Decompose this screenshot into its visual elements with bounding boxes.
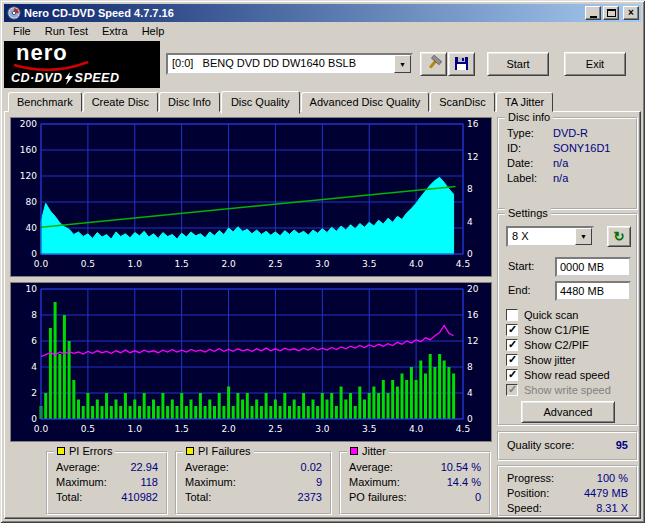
window-title: Nero CD-DVD Speed 4.7.7.16: [24, 7, 585, 19]
start-input[interactable]: 0000 MB: [555, 257, 631, 277]
menu-file[interactable]: File: [6, 23, 38, 39]
svg-text:8: 8: [31, 310, 37, 320]
maximize-icon: [607, 9, 616, 17]
menu-extra[interactable]: Extra: [95, 23, 135, 39]
checkbox-show-read-speed[interactable]: Show read speed: [506, 369, 632, 383]
checkbox-show-c2-pif[interactable]: Show C2/PIF: [506, 339, 632, 353]
svg-text:4.0: 4.0: [409, 259, 424, 269]
svg-text:0.5: 0.5: [81, 424, 95, 434]
end-input[interactable]: 4480 MB: [555, 281, 631, 301]
position-row: Position:4479 MB: [507, 487, 628, 501]
start-label: Start:: [508, 260, 534, 272]
quality-score-row: Quality score: 95: [507, 439, 628, 453]
end-label: End:: [508, 284, 531, 296]
speed-row: Speed:8.31 X: [507, 502, 628, 516]
svg-text:3.0: 3.0: [315, 424, 330, 434]
tab-advanced-disc-quality[interactable]: Advanced Disc Quality: [301, 92, 430, 112]
pif-jitter-chart: 02468100481216200.00.51.01.52.02.53.03.5…: [10, 282, 492, 442]
svg-text:3.5: 3.5: [362, 259, 376, 269]
speed-dropdown-arrow[interactable]: ▼: [575, 228, 592, 245]
svg-text:0.0: 0.0: [34, 424, 49, 434]
refresh-icon: ↻: [614, 229, 625, 244]
disc-type-row: Type:DVD-R: [507, 127, 628, 141]
svg-text:0: 0: [467, 414, 473, 424]
tab-scandisc[interactable]: ScanDisc: [430, 92, 494, 112]
title-bar[interactable]: Nero CD-DVD Speed 4.7.7.16 ×: [4, 4, 641, 22]
jitter-stats-title: Jitter: [362, 445, 386, 457]
svg-text:2: 2: [31, 388, 37, 398]
tool-icon: [426, 55, 442, 71]
tab-create-disc[interactable]: Create Disc: [83, 92, 158, 112]
tab-disc-info[interactable]: Disc Info: [159, 92, 220, 112]
pie-color-swatch: [57, 447, 65, 455]
nero-logo: nero CD·DVD SPEED: [4, 41, 160, 88]
svg-text:4.0: 4.0: [409, 424, 424, 434]
svg-text:80: 80: [26, 197, 38, 207]
pie-maximum-row: Maximum:118: [56, 476, 158, 490]
pif-color-swatch: [186, 447, 194, 455]
app-window: Nero CD-DVD Speed 4.7.7.16 × File Run Te…: [0, 0, 645, 523]
jitter-stats-panel: Jitter Average:10.54 % Maximum:14.4 % PO…: [339, 451, 491, 515]
exit-button[interactable]: Exit: [564, 52, 626, 76]
checkbox-quick-scan[interactable]: Quick scan: [506, 309, 632, 323]
menu-run-test[interactable]: Run Test: [38, 23, 95, 39]
lightning-icon: [65, 72, 73, 85]
svg-text:160: 160: [20, 145, 37, 155]
svg-text:4: 4: [467, 388, 473, 398]
tab-strip: Benchmark Create Disc Disc Info Disc Qua…: [8, 92, 554, 112]
svg-text:8: 8: [467, 362, 473, 372]
checkbox-show-c1-pie[interactable]: Show C1/PIE: [506, 324, 632, 338]
checkbox-icon: [506, 354, 518, 366]
disc-info-title: Disc info: [505, 111, 553, 123]
svg-text:1.0: 1.0: [128, 424, 143, 434]
po-failures-row: PO failures:0: [349, 491, 481, 505]
svg-text:3.5: 3.5: [362, 424, 376, 434]
save-button[interactable]: [448, 52, 475, 76]
svg-text:4: 4: [31, 362, 37, 372]
pif-total-row: Total:2373: [185, 491, 322, 505]
progress-row: Progress:100 %: [507, 472, 628, 486]
svg-text:4.5: 4.5: [456, 259, 470, 269]
disc-info-group: Disc info Type:DVD-R ID:SONY16D1 Date:n/…: [497, 117, 638, 210]
pif-maximum-row: Maximum:9: [185, 476, 322, 490]
quality-score-panel: Quality score: 95: [497, 431, 638, 461]
start-button[interactable]: Start: [487, 52, 549, 76]
drive-select[interactable]: [0:0] BENQ DVD DD DW1640 BSLB ▼: [166, 53, 413, 75]
svg-text:0.0: 0.0: [34, 259, 49, 269]
jitter-color-swatch: [350, 447, 358, 455]
tab-disc-quality[interactable]: Disc Quality: [221, 91, 300, 114]
quality-score-label: Quality score:: [507, 439, 574, 451]
menu-bar: File Run Test Extra Help: [4, 22, 641, 40]
svg-text:1.5: 1.5: [175, 259, 189, 269]
maximize-button[interactable]: [603, 6, 619, 20]
pie-stats-title: PI Errors: [69, 445, 112, 457]
pif-jitter-chart-canvas: 02468100481216200.00.51.01.52.02.53.03.5…: [11, 283, 491, 441]
svg-text:2.0: 2.0: [221, 424, 236, 434]
tab-ta-jitter[interactable]: TA Jitter: [496, 92, 554, 112]
pie-average-row: Average:22.94: [56, 461, 158, 475]
pif-stats-title: PI Failures: [198, 445, 251, 457]
progress-panel: Progress:100 % Position:4479 MB Speed:8.…: [497, 465, 638, 517]
pie-speed-chart: 0408012016020004812160.00.51.01.52.02.53…: [10, 117, 492, 277]
menu-help[interactable]: Help: [135, 23, 172, 39]
svg-text:8: 8: [467, 184, 473, 194]
jitter-maximum-row: Maximum:14.4 %: [349, 476, 481, 490]
refresh-button[interactable]: ↻: [607, 226, 631, 247]
advanced-button[interactable]: Advanced: [521, 401, 615, 423]
options-button[interactable]: [420, 52, 447, 76]
scan-speed-select[interactable]: 8 X ▼: [506, 226, 594, 247]
product-name: CD·DVD SPEED: [11, 71, 120, 85]
close-button[interactable]: ×: [623, 6, 639, 20]
settings-title: Settings: [505, 207, 551, 219]
tab-benchmark[interactable]: Benchmark: [8, 92, 82, 112]
drive-dropdown-arrow[interactable]: ▼: [394, 55, 411, 73]
svg-text:0: 0: [31, 249, 37, 259]
minimize-button[interactable]: [585, 6, 601, 20]
drive-select-value: [0:0] BENQ DVD DD DW1640 BSLB: [168, 55, 394, 73]
app-icon: [7, 6, 21, 20]
checkbox-show-jitter[interactable]: Show jitter: [506, 354, 632, 368]
svg-text:120: 120: [20, 171, 37, 181]
jitter-average-row: Average:10.54 %: [349, 461, 481, 475]
svg-text:0.5: 0.5: [81, 259, 95, 269]
svg-text:20: 20: [467, 284, 479, 294]
